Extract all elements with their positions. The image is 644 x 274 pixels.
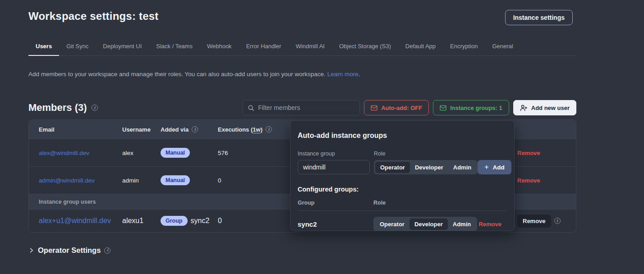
group-col-header: Group <box>298 200 373 206</box>
added-via-info-icon[interactable]: i <box>192 126 198 132</box>
role-field: Role Operator Developer Admin <box>374 151 478 174</box>
auto-add-instance-groups-popup: Auto-add instance groups Instance group … <box>290 120 515 231</box>
tab-slack-teams[interactable]: Slack / Teams <box>149 39 200 56</box>
remove-member-button[interactable]: Remove <box>517 215 551 228</box>
tab-encryption[interactable]: Encryption <box>443 39 485 56</box>
member-executions: 576 <box>208 150 288 156</box>
top-bar: Workspace settings: test Instance settin… <box>28 0 576 25</box>
instance-group-label: Instance group <box>298 151 370 157</box>
add-new-user-button[interactable]: Add new user <box>513 100 576 115</box>
tab-bar: Users Git Sync Deployment UI Slack / Tea… <box>28 39 576 56</box>
role-col-header: Role <box>373 200 386 206</box>
add-new-user-label: Add new user <box>531 105 570 111</box>
instance-groups-button[interactable]: Instance groups: 1 <box>433 100 509 115</box>
configured-group-row: sync2 Operator Developer Admin Remove <box>298 217 507 231</box>
filter-members-search[interactable] <box>243 100 360 115</box>
member-username: alex <box>112 150 151 156</box>
group-name: sync2 <box>191 217 210 225</box>
auto-add-label: Auto-add: OFF <box>381 105 422 111</box>
member-email-link[interactable]: admin@windmill.dev <box>39 177 95 184</box>
description-period: . <box>359 71 360 78</box>
remove-info-icon[interactable]: i <box>554 218 561 224</box>
added-via-badge: Manual <box>161 175 190 185</box>
col-header-email: Email <box>29 126 112 133</box>
popup-form: Instance group Role Operator Developer A… <box>298 151 507 174</box>
mail-icon <box>371 105 377 111</box>
tab-object-storage[interactable]: Object Storage (S3) <box>332 39 398 56</box>
plus-icon: + <box>484 163 488 171</box>
operator-settings-toggle[interactable]: Operator Settings i <box>28 246 576 255</box>
instance-groups-label: Instance groups: 1 <box>450 105 502 111</box>
members-controls: Auto-add: OFF Instance groups: 1 Add new… <box>243 100 576 115</box>
role-option-admin[interactable]: Admin <box>448 162 476 173</box>
member-executions: 0 <box>208 217 288 225</box>
role-option-operator[interactable]: Operator <box>375 162 410 173</box>
learn-more-link[interactable]: Learn more <box>327 71 359 78</box>
popup-title: Auto-add instance groups <box>298 132 507 140</box>
role-segmented-control: Operator Developer Admin <box>373 217 477 231</box>
section-label: Instance group users <box>29 199 96 205</box>
added-via-label: Added via <box>161 126 189 133</box>
added-via-badge: Manual <box>161 148 190 158</box>
configured-groups-header-row: Group Role <box>298 200 507 211</box>
role-option-developer[interactable]: Developer <box>409 219 448 230</box>
instance-group-field: Instance group <box>298 151 370 174</box>
add-group-label: Add <box>493 164 505 171</box>
executions-label: Executions (1w) <box>218 126 262 133</box>
tab-default-app[interactable]: Default App <box>398 39 443 56</box>
tab-webhook[interactable]: Webhook <box>200 39 239 56</box>
instance-group-input[interactable] <box>298 160 370 174</box>
search-icon <box>248 105 254 111</box>
operator-settings-label: Operator Settings <box>38 246 101 255</box>
mail-icon <box>440 105 446 111</box>
instance-settings-button[interactable]: Instance settings <box>505 10 573 25</box>
role-option-developer[interactable]: Developer <box>410 162 448 173</box>
member-username: alexu1 <box>112 217 151 225</box>
tab-error-handler[interactable]: Error Handler <box>239 39 289 56</box>
executions-info-icon[interactable]: i <box>266 126 272 132</box>
col-header-executions: Executions (1w) i <box>208 126 288 133</box>
members-info-icon[interactable]: i <box>92 105 98 111</box>
remove-member-button[interactable]: Remove <box>517 150 540 156</box>
remove-group-button[interactable]: Remove <box>478 221 501 228</box>
add-group-button[interactable]: + Add <box>478 160 511 174</box>
role-option-operator[interactable]: Operator <box>375 219 409 230</box>
members-heading: Members (3) <box>28 102 87 114</box>
role-segmented-control: Operator Developer Admin <box>374 160 478 174</box>
members-header-row: Members (3) i Auto-add: OFF Instance gro… <box>28 100 576 115</box>
page-title: Workspace settings: test <box>28 10 158 23</box>
role-option-admin[interactable]: Admin <box>448 219 476 230</box>
col-header-added-via: Added via i <box>151 126 208 133</box>
tab-general[interactable]: General <box>485 39 520 56</box>
user-plus-icon <box>520 105 527 111</box>
remove-member-button[interactable]: Remove <box>517 177 540 184</box>
member-email-link[interactable]: alex@windmill.dev <box>39 150 89 156</box>
member-executions: 0 <box>208 177 288 184</box>
chevron-right-icon <box>28 247 34 253</box>
col-header-username: Username <box>112 126 151 133</box>
configured-groups-heading: Configured groups: <box>298 186 507 193</box>
tab-windmill-ai[interactable]: Windmill AI <box>289 39 332 56</box>
added-via-badge: Group <box>161 216 188 226</box>
members-description: Add members to your workspace and manage… <box>28 71 576 78</box>
tab-git-sync[interactable]: Git Sync <box>59 39 96 56</box>
configured-group-name: sync2 <box>298 220 373 228</box>
filter-members-input[interactable] <box>258 104 355 111</box>
tab-users[interactable]: Users <box>28 39 59 56</box>
member-username: admin <box>112 177 151 184</box>
member-email-link[interactable]: alex+u1@windmill.dev <box>39 217 111 225</box>
auto-add-button[interactable]: Auto-add: OFF <box>364 100 429 115</box>
operator-settings-info-icon[interactable]: i <box>104 247 110 254</box>
description-text: Add members to your workspace and manage… <box>28 71 326 78</box>
role-label: Role <box>374 151 478 157</box>
tab-deployment-ui[interactable]: Deployment UI <box>96 39 149 56</box>
